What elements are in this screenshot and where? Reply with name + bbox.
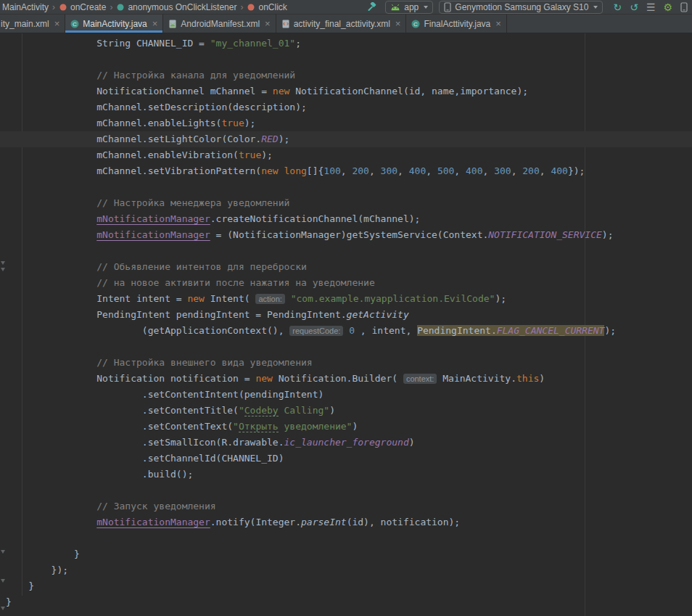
code-token: .setContentIntent(pendingIntent): [6, 389, 324, 400]
code-token: 300: [381, 165, 398, 176]
code-token: ": [239, 405, 244, 416]
breadcrumb-separator: ›: [110, 2, 112, 12]
code-line[interactable]: String CHANNEL_ID = "my_channel_01";: [0, 36, 692, 52]
breadcrumb-item[interactable]: anonymous OnClickListener: [116, 2, 236, 12]
close-icon[interactable]: ×: [395, 20, 401, 28]
code-line[interactable]: [0, 339, 692, 355]
tab-ity_main.xml[interactable]: ity_main.xml×: [0, 15, 65, 33]
code-token: Calling": [279, 405, 329, 416]
code-token: PendingIntent pendingIntent = PendingInt…: [6, 309, 347, 320]
code-editor[interactable]: String CHANNEL_ID = "my_channel_01"; // …: [0, 33, 692, 616]
code-line[interactable]: [0, 179, 692, 195]
code-token: // Запуск уведомления: [96, 501, 215, 512]
apply-changes-icon[interactable]: ↻: [613, 2, 622, 12]
code-token: ): [352, 421, 358, 432]
code-line[interactable]: .setChannelId(CHANNEL_ID): [0, 451, 692, 467]
code-line[interactable]: mNotificationManager.notify(Integer.pars…: [0, 514, 692, 530]
tab-activity_final_acttivity.xml[interactable]: activity_final_acttivity.xml×: [276, 15, 407, 33]
code-token: .setContentTitle(: [6, 405, 239, 416]
device-manager-icon[interactable]: [680, 2, 688, 12]
code-token: );: [279, 134, 290, 144]
code-line[interactable]: // на новое активити после нажатия на ув…: [0, 275, 692, 291]
breadcrumb-label: anonymous OnClickListener: [128, 2, 236, 12]
code-token: MainActivity.: [437, 373, 516, 384]
code-line[interactable]: [0, 243, 692, 259]
code-token: "my_channel_01": [210, 38, 295, 49]
code-area[interactable]: String CHANNEL_ID = "my_channel_01"; // …: [0, 33, 692, 610]
code-token: 400: [409, 165, 426, 176]
close-icon[interactable]: ×: [152, 20, 158, 28]
android-icon: [390, 4, 400, 11]
code-token: Intent intent =: [6, 293, 187, 304]
code-line[interactable]: .setContentText("Открыть уведомление"): [0, 419, 692, 435]
code-line[interactable]: mChannel.setVibrationPattern(new long[]{…: [0, 163, 692, 179]
code-token: Открыть: [239, 421, 279, 432]
code-token: ;: [295, 38, 301, 49]
code-line[interactable]: // Обьявление интентов для переброски: [0, 259, 692, 275]
code-line[interactable]: .setContentIntent(pendingIntent): [0, 387, 692, 403]
code-token: Notification.Builder(: [273, 373, 403, 384]
code-token: }: [6, 580, 34, 591]
code-token: (getApplicationContext(),: [6, 325, 289, 336]
close-icon[interactable]: ×: [265, 20, 271, 28]
code-token: new: [255, 373, 272, 384]
code-token: [6, 357, 96, 368]
code-line[interactable]: PendingIntent pendingIntent = PendingInt…: [0, 307, 692, 323]
code-line[interactable]: mChannel.enableLights(true);: [0, 115, 692, 131]
build-variants-menu-icon[interactable]: ☰: [646, 2, 656, 12]
breadcrumb-item[interactable]: onClick: [247, 2, 287, 12]
code-line[interactable]: .build();: [0, 467, 692, 482]
code-token: 200: [522, 165, 539, 176]
code-token: .setContentText(: [6, 421, 233, 432]
code-line[interactable]: NotificationChannel mChannel = new Notif…: [0, 83, 692, 99]
sdk-manager-icon[interactable]: ⚙: [663, 2, 672, 12]
code-line[interactable]: .setContentTitle("Codeby Calling"): [0, 403, 692, 419]
code-line[interactable]: });: [0, 562, 692, 578]
code-token: 300: [494, 165, 511, 176]
tab-label: activity_final_acttivity.xml: [294, 19, 390, 29]
code-line[interactable]: // Настройка внешнего вида уведомления: [0, 355, 692, 371]
run-configuration-select[interactable]: app: [385, 1, 433, 14]
breadcrumb-separator: ›: [52, 2, 55, 12]
apply-code-changes-icon[interactable]: ↺: [630, 2, 638, 12]
code-token: .createNotificationChannel(mChannel);: [210, 213, 421, 224]
code-line-caret[interactable]: mChannel.setLightColor(Color.RED);: [0, 131, 692, 147]
tab-AndroidManifest.xml[interactable]: AndroidManifest.xml×: [163, 15, 276, 33]
code-token: );: [244, 118, 256, 128]
build-hammer-icon[interactable]: [365, 1, 379, 14]
code-line[interactable]: // Настройка менеджера уведомлений: [0, 195, 692, 211]
editor-tab-bar: ity_main.xml×CMainActivity.java×AndroidM…: [0, 15, 692, 33]
code-token: mChannel.enableVibration(: [6, 149, 239, 160]
code-line[interactable]: mChannel.setDescription(description);: [0, 99, 692, 115]
code-line[interactable]: }: [0, 578, 692, 594]
code-line[interactable]: // Настройка канала для уведомлений: [0, 67, 692, 83]
code-line[interactable]: }: [0, 594, 692, 610]
breadcrumb-item[interactable]: onCreate: [59, 2, 106, 12]
code-token: , intent,: [355, 325, 417, 336]
breadcrumb-item[interactable]: MainActivity: [2, 2, 49, 12]
code-line[interactable]: [0, 482, 692, 498]
code-token: Notification notification =: [6, 373, 255, 384]
tab-FinalActtivity.java[interactable]: CFinalActtivity.java×: [406, 15, 506, 33]
tab-MainActivity.java[interactable]: CMainActivity.java×: [65, 15, 163, 33]
code-line[interactable]: [0, 52, 692, 67]
close-icon[interactable]: ×: [54, 20, 60, 28]
code-line[interactable]: mNotificationManager = (NotificationMana…: [0, 227, 692, 243]
code-line[interactable]: Notification notification = new Notifica…: [0, 371, 692, 387]
code-line[interactable]: mChannel.enableVibration(true);: [0, 147, 692, 163]
code-line[interactable]: [0, 530, 692, 546]
code-line[interactable]: // Запуск уведомления: [0, 498, 692, 514]
close-icon[interactable]: ×: [495, 20, 501, 28]
code-token: parseInt: [301, 517, 347, 527]
code-token: NOTIFICATION_SERVICE: [488, 229, 602, 240]
code-line[interactable]: }: [0, 546, 692, 562]
code-line[interactable]: mNotificationManager.createNotificationC…: [0, 211, 692, 227]
code-token: );: [495, 293, 506, 304]
code-token: ic_launcher_foreground: [284, 437, 409, 448]
code-line[interactable]: .setSmallIcon(R.drawable.ic_launcher_for…: [0, 435, 692, 451]
code-token: ": [233, 421, 239, 432]
code-line[interactable]: Intent intent = new Intent( action: "com…: [0, 291, 692, 307]
breadcrumb: MainActivity›onCreate›anonymous OnClickL…: [2, 2, 287, 12]
code-line[interactable]: (getApplicationContext(), requestCode: 0…: [0, 323, 692, 339]
device-select[interactable]: Genymotion Samsung Galaxy S10: [439, 1, 603, 14]
